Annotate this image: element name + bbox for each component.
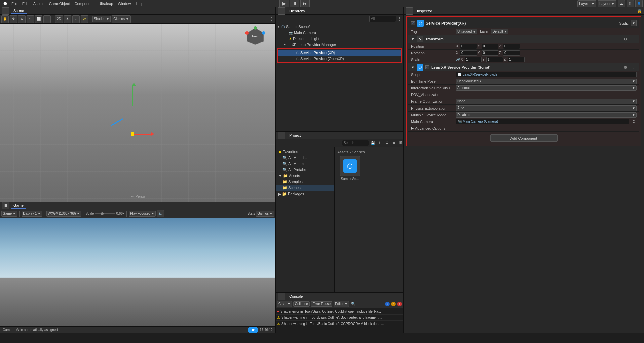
add-component-button[interactable]: Add Component xyxy=(490,134,558,142)
transform-more-btn[interactable]: ⋮ xyxy=(631,36,637,42)
console-message-2[interactable]: ⚠ Shader warning in 'Toon/Basic Outline'… xyxy=(276,321,403,327)
console-tab[interactable]: Console xyxy=(287,294,305,299)
tree-item-xrprovider[interactable]: ⬡ Service Provider(XR) xyxy=(278,50,401,56)
console-message-1[interactable]: ⚠ Shader warning in 'Toon/Basic Outline'… xyxy=(276,315,403,321)
menu-item-gameobject[interactable]: GameObject xyxy=(47,1,72,6)
breadcrumb-scenes[interactable]: Scenes xyxy=(352,150,365,154)
gizmos-game-dropdown[interactable]: Gizmos ▼ xyxy=(256,211,274,217)
hierarchy-tab[interactable]: Hierarchy xyxy=(287,8,308,14)
console-dots[interactable]: ⋮ xyxy=(396,294,401,299)
2d-toggle[interactable]: 2D xyxy=(55,15,63,23)
camera-target-btn[interactable]: ⊙ xyxy=(631,119,637,125)
transform-tool[interactable]: ⬡ xyxy=(43,15,51,23)
scene-render-area[interactable]: ← Persp Persp ✕ xyxy=(0,24,275,202)
rotation-y-input[interactable] xyxy=(482,50,498,56)
rotation-z-input[interactable] xyxy=(503,50,520,56)
menu-item-component[interactable]: Component xyxy=(72,1,96,6)
hierarchy-add-btn[interactable]: + xyxy=(277,16,283,22)
hierarchy-search-input[interactable] xyxy=(369,16,396,22)
project-dots[interactable]: ⋮ xyxy=(396,133,401,138)
transform-section-header[interactable]: ▼ ⤡ Transform ⚙ ⋮ xyxy=(408,35,639,43)
project-tab[interactable]: Project xyxy=(287,133,303,138)
position-z-input[interactable] xyxy=(503,44,520,49)
project-add-btn[interactable]: + xyxy=(277,140,283,146)
all-materials-item[interactable]: 🔍 All Materials xyxy=(276,155,334,161)
inspector-menu-btn[interactable]: ☰ xyxy=(406,7,413,15)
move-tool[interactable]: ✥ xyxy=(10,15,17,23)
scene-close-btn[interactable]: ✕ xyxy=(270,25,274,30)
console-menu-btn[interactable]: ☰ xyxy=(278,293,285,300)
console-message-0[interactable]: ● Shader error in 'Toon/Basic Outline': … xyxy=(276,309,403,315)
position-x-input[interactable] xyxy=(460,44,477,49)
hierarchy-dots[interactable]: ⋮ xyxy=(396,8,401,14)
tree-item-openxrprovider[interactable]: ⬡ Service Provider(OpenXR) xyxy=(278,56,401,62)
favorites-folder[interactable]: ★ Favorites xyxy=(276,148,334,155)
position-y-input[interactable] xyxy=(482,44,498,49)
step-button[interactable]: ⏭ xyxy=(300,0,310,8)
project-import-btn[interactable]: ⬆ xyxy=(377,140,383,146)
console-search-btn[interactable]: 🔍 xyxy=(350,301,356,307)
packages-folder[interactable]: ▶ 📁 Packages xyxy=(276,191,334,197)
physics-extrap-dropdown[interactable]: Auto ▼ xyxy=(456,105,637,111)
scene-menu-btn[interactable]: ☰ xyxy=(2,7,9,15)
gizmos-btn[interactable]: Gizmos ▼ xyxy=(112,15,131,23)
hand-tool[interactable]: ✋ xyxy=(1,15,9,23)
audio-toggle[interactable]: ♪ xyxy=(72,15,80,23)
scale-slider[interactable] xyxy=(95,213,115,214)
interaction-volume-dropdown[interactable]: Automatic ▼ xyxy=(456,85,637,91)
menu-item-window[interactable]: Window xyxy=(116,1,133,6)
render-mode-dropdown[interactable]: Shaded ▼ xyxy=(92,16,111,22)
fx-toggle[interactable]: ✨ xyxy=(81,15,88,23)
breadcrumb-assets[interactable]: Assets xyxy=(337,150,348,154)
rotate-tool[interactable]: ↻ xyxy=(18,15,26,23)
object-enabled-checkbox[interactable]: ✓ xyxy=(411,21,415,25)
account-btn[interactable]: 👤 xyxy=(635,0,643,7)
leap-more-btn[interactable]: ⋮ xyxy=(631,64,637,70)
advanced-options-row[interactable]: ▶ Advanced Options xyxy=(408,125,639,132)
play-focused-dropdown[interactable]: Play Focused ▼ xyxy=(129,211,156,217)
scale-y-input[interactable] xyxy=(486,57,503,62)
unity-icon-btn[interactable]: ⬟ xyxy=(248,327,258,333)
lock-icon[interactable]: 🔒 xyxy=(637,9,642,13)
menu-item-edit[interactable]: Edit xyxy=(20,1,31,6)
error-pause-btn[interactable]: Error Pause xyxy=(311,301,332,307)
all-models-item[interactable]: 🔍 All Models xyxy=(276,161,334,167)
game-type-dropdown[interactable]: Game ▼ xyxy=(1,211,17,217)
game-dots-menu[interactable]: ⋮ xyxy=(269,203,273,208)
leap-enabled-checkbox[interactable]: ✓ xyxy=(425,65,429,69)
mute-btn[interactable]: 🔈 xyxy=(157,210,164,217)
script-ref[interactable]: 📄 LeapXRServiceProvider xyxy=(456,72,637,77)
tree-arrow-samplescene[interactable]: ▼ xyxy=(277,25,280,28)
project-search-input[interactable] xyxy=(342,140,369,146)
collab-btn[interactable]: ☁ xyxy=(618,0,625,7)
tree-item-samplescene[interactable]: ▼ ⬡ SampleScene* xyxy=(276,24,403,30)
samples-folder[interactable]: 📁 Samples xyxy=(276,179,334,185)
assets-folder[interactable]: ▼ 📁 Assets xyxy=(276,173,334,179)
project-settings-btn[interactable]: ⚙ xyxy=(384,140,390,146)
frame-opt-dropdown[interactable]: None ▼ xyxy=(456,99,637,104)
rotation-x-input[interactable] xyxy=(460,50,477,56)
scale-x-input[interactable] xyxy=(465,57,482,62)
hierarchy-search-dots[interactable]: ⋮ xyxy=(397,16,402,22)
scale-tool[interactable]: ⤡ xyxy=(27,15,34,23)
project-menu-btn[interactable]: ☰ xyxy=(278,132,285,139)
play-button[interactable]: ▶ xyxy=(279,0,289,8)
project-star-btn[interactable]: ★ xyxy=(391,140,397,146)
collapse-btn[interactable]: Collapse xyxy=(293,301,310,307)
display-dropdown[interactable]: Display 1 ▼ xyxy=(22,211,42,217)
menu-item-ultraleap[interactable]: Ultraleap xyxy=(96,1,115,6)
asset-item-samplescene[interactable]: ⬡ SampleSc... xyxy=(337,156,363,181)
edit-time-pose-dropdown[interactable]: HeadMountedB ▼ xyxy=(456,79,637,84)
menu-item-file[interactable]: File xyxy=(9,1,20,6)
multiple-device-dropdown[interactable]: Disabled ▼ xyxy=(456,112,637,118)
menu-item-assets[interactable]: Assets xyxy=(31,1,46,6)
scene-dots-menu[interactable]: ⋮ xyxy=(269,8,273,14)
light-toggle[interactable]: ☀ xyxy=(64,15,71,23)
layers-dropdown[interactable]: Layers ▼ xyxy=(577,0,596,7)
services-btn[interactable]: ⚙ xyxy=(627,0,634,7)
tag-dropdown[interactable]: Untagged ▼ xyxy=(456,29,477,34)
scale-z-input[interactable] xyxy=(508,57,525,62)
menu-item-help[interactable]: Help xyxy=(134,1,146,6)
game-menu-btn[interactable]: ☰ xyxy=(2,202,9,209)
scenes-folder[interactable]: 📁 Scenes xyxy=(276,185,334,191)
